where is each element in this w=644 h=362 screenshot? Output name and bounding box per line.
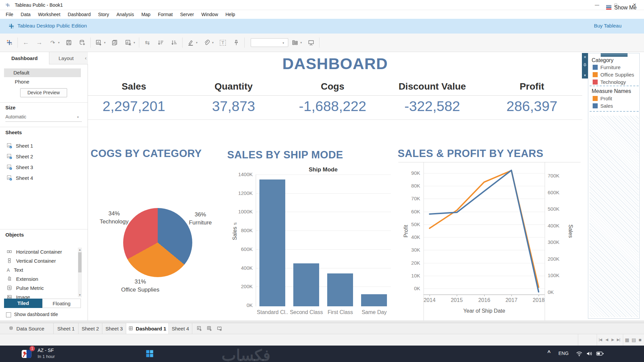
object-item-text[interactable]: AText	[7, 266, 74, 274]
chevron-down-icon[interactable]: ▾	[582, 71, 588, 79]
menu-format[interactable]: Format	[154, 10, 176, 19]
new-worksheet-button[interactable]	[195, 324, 204, 333]
tiled-button[interactable]: Tiled	[4, 299, 42, 308]
paperclip-icon[interactable]	[200, 37, 213, 49]
start-button[interactable]	[145, 349, 154, 358]
bar-second-class[interactable]	[293, 263, 319, 306]
legend-item-office-supplies[interactable]: Office Supplies	[593, 72, 634, 77]
scrollbar-thumb[interactable]	[78, 252, 82, 272]
show-cards-icon[interactable]	[288, 37, 302, 49]
last-record-icon[interactable]: ▶|	[617, 338, 620, 342]
tableau-logo-icon[interactable]	[3, 37, 16, 49]
buy-tableau-link[interactable]: Buy Tableau	[594, 23, 622, 29]
object-item-pulse-metric[interactable]: Pulse Metric	[7, 284, 74, 292]
sheet-item-sheet2[interactable]: Sheet 2	[7, 152, 81, 161]
object-item-extension[interactable]: Extension	[7, 275, 74, 283]
menu-help[interactable]: Help	[222, 10, 239, 19]
chevron-down-icon[interactable]: ▾	[212, 41, 216, 44]
previous-record-icon[interactable]: ◀	[605, 338, 608, 342]
back-icon[interactable]: ←	[19, 37, 33, 49]
menu-analysis[interactable]: Analysis	[113, 10, 138, 19]
news-widget[interactable]: 1AZ - SFIn 1 hour	[19, 347, 100, 361]
object-item-horizontal-container[interactable]: Horizontal Container	[7, 248, 74, 256]
menu-dashboard[interactable]: Dashboard	[64, 10, 95, 19]
tab-layout[interactable]: Layout	[49, 52, 83, 64]
drag-handle[interactable]	[601, 53, 628, 57]
device-default[interactable]: Default	[4, 68, 81, 77]
forward-icon[interactable]: →	[33, 37, 46, 49]
menu-file[interactable]: File	[2, 10, 17, 19]
add-data-icon[interactable]	[76, 37, 89, 49]
volume-icon[interactable]	[586, 350, 593, 357]
new-story-button[interactable]	[215, 324, 224, 333]
chevron-down-icon[interactable]: ▾	[58, 41, 62, 44]
legend-item-sales[interactable]: Sales	[593, 103, 613, 109]
tab-sheet-2[interactable]: Sheet 2	[79, 323, 102, 334]
wifi-icon[interactable]	[576, 350, 583, 357]
sheet-item-sheet4[interactable]: Sheet 4	[7, 173, 81, 182]
bar-first-class[interactable]	[327, 273, 353, 306]
show-me-button[interactable]: Show Me	[606, 5, 637, 11]
save-icon[interactable]	[62, 37, 76, 49]
next-record-icon[interactable]: ▶	[611, 338, 614, 342]
menu-window[interactable]: Window	[198, 10, 222, 19]
tab-sheet-4[interactable]: Sheet 4	[169, 323, 192, 334]
close-icon[interactable]: ✕	[582, 53, 588, 61]
swap-rows-columns-icon[interactable]: ⇆	[141, 37, 154, 49]
new-dashboard-button[interactable]	[205, 324, 214, 333]
legend-item-technology[interactable]: Technology	[593, 79, 626, 85]
bar-standard-cl-[interactable]	[259, 179, 285, 306]
pin-icon[interactable]	[230, 37, 243, 49]
highlight-icon[interactable]	[184, 37, 197, 49]
menu-server[interactable]: Server	[177, 10, 198, 19]
menu-map[interactable]: Map	[138, 10, 154, 19]
scroll-up-icon[interactable]: ▲	[78, 248, 82, 251]
tab-dashboard-1[interactable]: Dashboard 1	[126, 323, 169, 334]
sheet-item-sheet1[interactable]: Sheet 1	[7, 141, 81, 150]
label-icon[interactable]: T	[216, 37, 230, 49]
bar-same-day[interactable]	[361, 294, 387, 306]
minimize-button[interactable]: —	[588, 0, 606, 10]
pin-icon[interactable]	[582, 63, 588, 71]
fullscreen-icon[interactable]: ■	[639, 337, 641, 343]
device-preview-button[interactable]: Device Preview	[20, 88, 67, 97]
sort-ascending-icon[interactable]	[154, 37, 167, 49]
size-dropdown[interactable]: Automatic▾	[5, 114, 82, 122]
tab-label: Sheet 4	[172, 326, 189, 331]
legend-item-furniture[interactable]: Furniture	[593, 64, 621, 70]
chevron-down-icon[interactable]: ▾	[104, 41, 108, 44]
scroll-down-icon[interactable]: ▼	[78, 294, 82, 297]
sort-descending-icon[interactable]	[167, 37, 181, 49]
menu-worksheet[interactable]: Worksheet	[34, 10, 64, 19]
first-record-icon[interactable]: |◀	[599, 338, 602, 342]
fit-selector[interactable]: ▾	[251, 38, 288, 47]
presentation-mode-icon[interactable]	[304, 37, 318, 49]
tab-data-source[interactable]: Data Source	[0, 323, 54, 334]
tray-expand-icon[interactable]: ^	[546, 350, 552, 356]
sheet-item-sheet3[interactable]: Sheet 3	[7, 163, 81, 171]
duplicate-icon[interactable]	[108, 37, 121, 49]
floating-button[interactable]: Floating	[42, 299, 81, 308]
chevron-down-icon[interactable]: ▾	[300, 41, 304, 44]
tab-sheet-3[interactable]: Sheet 3	[102, 323, 126, 334]
menu-story[interactable]: Story	[94, 10, 113, 19]
chevron-down-icon[interactable]: ▾	[196, 41, 200, 44]
tray-language[interactable]: ENG	[558, 351, 572, 356]
show-dashboard-title-checkbox[interactable]	[6, 312, 11, 317]
collapse-sidebar-icon[interactable]: ‹	[85, 55, 87, 61]
redo-icon[interactable]: ↷	[46, 37, 59, 49]
legend-item-profit[interactable]: Profit	[593, 96, 612, 101]
clear-sheet-icon[interactable]	[121, 37, 135, 49]
battery-icon[interactable]	[596, 350, 604, 357]
menu-data[interactable]: Data	[17, 10, 35, 19]
objects-scrollbar[interactable]: ▲ ▼	[78, 248, 82, 297]
legend-panel[interactable]: Category FurnitureOffice SuppliesTechnol…	[588, 53, 640, 319]
show-tabs-icon[interactable]: ▦	[625, 337, 629, 343]
object-item-vertical-container[interactable]: Vertical Container	[7, 257, 74, 265]
tab-sheet-1[interactable]: Sheet 1	[54, 323, 79, 334]
tab-dashboard[interactable]: Dashboard	[0, 52, 49, 64]
chevron-down-icon[interactable]: ▾	[134, 41, 138, 44]
device-phone[interactable]: Phone	[4, 77, 81, 86]
show-filmstrip-icon[interactable]: ▤	[632, 337, 636, 343]
new-worksheet-icon[interactable]	[92, 37, 105, 49]
